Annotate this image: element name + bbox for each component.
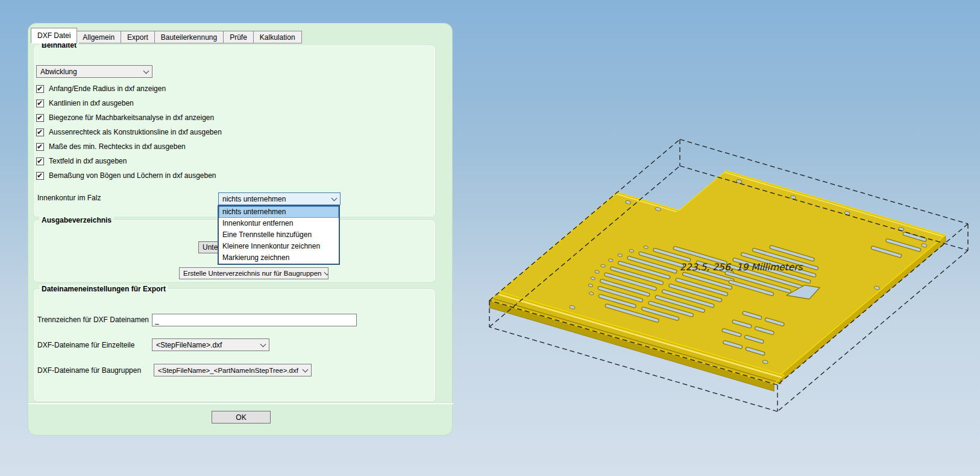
tab-allgemein[interactable]: Allgemein	[77, 31, 121, 43]
unterverzeichnis-mode-dropdown[interactable]: Erstelle Unterverzeichnis nur für Baugru…	[179, 267, 328, 279]
tab-kalkulation[interactable]: Kalkulation	[254, 31, 302, 43]
tab-bauteilerkennung[interactable]: Bauteilerkennung	[155, 31, 224, 43]
checkbox-icon	[36, 85, 44, 93]
innenkontur-dropdown[interactable]: nichts unternehmen	[218, 192, 341, 205]
checkbox-kantlinien[interactable]: Kantlinien in dxf ausgeben	[36, 98, 134, 108]
tab-dxf-datei[interactable]: DXF Datei	[31, 28, 77, 43]
checkbox-textfeld[interactable]: Textfeld in dxf ausgeben	[36, 156, 127, 166]
baugruppen-label: DXF-Dateiname für Baugruppen	[37, 366, 141, 375]
checkbox-icon	[36, 143, 44, 151]
trennzeichen-input[interactable]	[152, 314, 357, 326]
chevron-down-icon	[324, 270, 328, 276]
group-dateinamen-title: Dateinameneinstellungen für Export	[39, 285, 168, 293]
checkbox-icon	[36, 129, 44, 136]
ok-button[interactable]: OK	[212, 411, 271, 424]
innenkontur-dropdown-value: nichts unternehmen	[222, 195, 286, 203]
checkbox-icon	[36, 172, 44, 180]
chevron-down-icon	[260, 341, 266, 347]
checkbox-anfang-ende-radius[interactable]: Anfang/Ende Radius in dxf anzeigen	[36, 84, 166, 94]
footer-separator	[28, 402, 453, 404]
content-type-dropdown-value: Abwicklung	[40, 68, 77, 76]
trennzeichen-label: Trennzeichen für DXF Dateinamen	[37, 316, 149, 325]
checkbox-icon	[36, 100, 44, 107]
group-beinhaltet: Beinhaltet Abwicklung Anfang/Ende Radius…	[34, 45, 435, 217]
group-dateinamen: Dateinameneinstellungen für Export Trenn…	[34, 289, 435, 401]
tab-export[interactable]: Export	[121, 31, 155, 43]
einzelteile-filename-value: <StepFileName>.dxf	[156, 341, 222, 349]
checkbox-icon	[36, 157, 44, 165]
dropdown-option-innenkontur-entfernen[interactable]: Innenkontur entfernen	[219, 218, 339, 229]
group-ausgabeverzeichnis-title: Ausgabeverzeichnis	[39, 216, 114, 224]
dropdown-option-nichts-unternehmen[interactable]: nichts unternehmen	[219, 206, 339, 218]
innenkontur-dropdown-list: nichts unternehmen Innenkontur entfernen…	[218, 205, 340, 265]
einzelteile-label: DXF-Dateiname für Einzelteile	[37, 341, 134, 350]
dropdown-option-trennstelle-hinzufuegen[interactable]: Eine Trennstelle hinzufügen	[219, 229, 339, 241]
checkbox-bemassung[interactable]: Bemaßung von Bögen und Löchern in dxf au…	[36, 171, 216, 180]
dxf-settings-dialog: DXF Datei Allgemein Export Bauteilerkenn…	[28, 23, 453, 436]
settings-tabbar: DXF Datei Allgemein Export Bauteilerkenn…	[31, 28, 302, 43]
chevron-down-icon	[331, 195, 338, 201]
einzelteile-filename-dropdown[interactable]: <StepFileName>.dxf	[152, 338, 269, 351]
content-type-dropdown[interactable]: Abwicklung	[36, 65, 152, 78]
chevron-down-icon	[143, 68, 149, 74]
bounding-box-dimensions-label: 223.5, 256, 19 Millimeters	[680, 262, 803, 273]
checkbox-masse-min-rechteck[interactable]: Maße des min. Rechtecks in dxf ausgeben	[36, 142, 186, 151]
checkbox-icon	[36, 114, 44, 122]
dropdown-option-markierung-zeichnen[interactable]: Markierung zeichnen	[219, 252, 339, 264]
checkbox-aussenrechteck[interactable]: Aussenrechteck als Konstruktionsline in …	[36, 127, 222, 137]
baugruppen-filename-value: <StepFileName>_<PartNameInStepTree>.dxf	[158, 367, 298, 374]
baugruppen-filename-dropdown[interactable]: <StepFileName>_<PartNameInStepTree>.dxf	[154, 364, 312, 376]
checkbox-biegezone[interactable]: Biegezone für Machbarkeitsanalyse in dxf…	[36, 113, 214, 122]
unterverzeichnis-mode-value: Erstelle Unterverzeichnis nur für Baugru…	[183, 270, 321, 277]
chevron-down-icon	[303, 366, 309, 372]
innenkontur-label: Innenkontur im Falz	[37, 194, 101, 203]
dropdown-option-kleinere-innenkontur[interactable]: Kleinere Innenkontur zeichnen	[219, 241, 339, 252]
application-window: { "dialog": { "tabs": [ {"label": "DXF D…	[0, 0, 980, 476]
tab-pruefe[interactable]: Prüfe	[224, 31, 254, 43]
